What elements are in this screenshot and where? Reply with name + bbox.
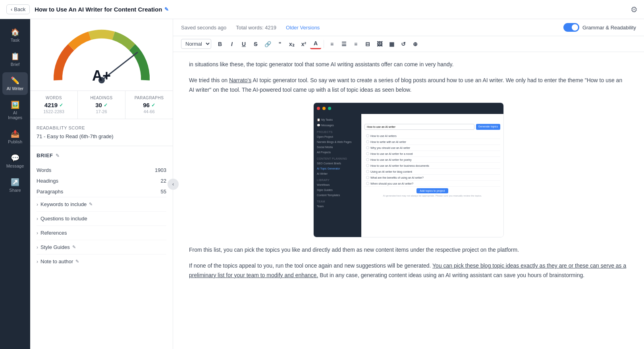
font-color-button[interactable]: A <box>310 39 321 49</box>
ss-list-item: Using an AI writer for blog content <box>364 169 500 175</box>
ss-footnote: AI generated text may not always be appr… <box>364 195 500 197</box>
ai-writer-icon: ✏️ <box>11 76 19 85</box>
ss-radio-icon <box>366 158 369 161</box>
headings-stat-label: HEADINGS <box>81 96 122 100</box>
back-button[interactable]: ‹ Back <box>6 4 30 14</box>
clear-format-button[interactable]: ↺ <box>398 39 409 49</box>
keywords-chevron-icon: › <box>37 202 38 207</box>
brief-section: BRIEF ✎ Words 1903 Headings 22 Paragraph… <box>30 146 173 275</box>
words-stat-value: 4219 ✓ <box>33 102 74 108</box>
brief-words-key: Words <box>37 167 51 173</box>
insert-button[interactable]: ⊕ <box>410 39 421 49</box>
readability-value: 71 - Easy to Read (6th-7th grade) <box>37 133 166 139</box>
sidebar-collapse-button[interactable]: ‹ <box>168 179 179 190</box>
ss-narrato-blogs: Narrato Blogs & Web Pages <box>317 139 358 145</box>
paragraphs-stat-label: PARAGRAPHS <box>129 96 170 100</box>
settings-button[interactable]: ⚙ <box>631 5 638 14</box>
grammar-readability-label: Grammar & Readability <box>582 25 636 31</box>
sidebar-item-ai-images[interactable]: 🖼️ AI Images <box>2 96 28 124</box>
format-button[interactable]: ≡ <box>326 39 337 49</box>
sidebar-item-share[interactable]: ↗️ Share <box>2 174 28 197</box>
sidebar-item-publish[interactable]: 📤 Publish <box>2 125 28 148</box>
note-to-author-collapsible[interactable]: › Note to author ✎ <box>37 254 166 268</box>
back-label: Back <box>14 6 25 12</box>
ss-seo-briefs: SEO Content Briefs <box>317 161 358 166</box>
references-collapsible[interactable]: › References <box>37 226 166 240</box>
ordered-list-button[interactable]: ☰ <box>338 39 349 49</box>
ai-images-icon: 🖼️ <box>11 100 19 109</box>
paragraph-from-list: From this list, you can pick the topics … <box>189 245 628 255</box>
message-label: Message <box>6 164 24 168</box>
strikethrough-button[interactable]: S <box>250 39 261 49</box>
p2-post: AI topic generator tool. So say we want … <box>189 77 622 93</box>
sidebar-item-brief[interactable]: 📋 Brief <box>2 48 28 71</box>
p4-pre: If none of the topics appeal to you, run… <box>189 262 432 269</box>
stats-row: WORDS 4219 ✓ 1522-2283 HEADINGS 30 ✓ 17-… <box>30 91 173 119</box>
ss-content-planning-title: CONTENT PLANNING <box>317 157 358 160</box>
ss-radio-icon <box>366 176 369 179</box>
publish-icon: 📤 <box>11 129 19 138</box>
link-button[interactable]: 🔗 <box>262 39 274 49</box>
sidebar-item-ai-writer[interactable]: ✏️ AI Writer <box>2 72 28 95</box>
ss-dot-red <box>317 107 320 110</box>
brief-row-headings: Headings 22 <box>37 175 166 186</box>
p2-pre: We tried this on <box>189 77 229 83</box>
left-nav: 🏠 Task 📋 Brief ✏️ AI Writer 🖼️ AI Images… <box>0 19 30 349</box>
ss-content-templates: Content Templates <box>317 193 358 198</box>
paragraphs-stat: PARAGRAPHS 96 ✓ 44-66 <box>125 91 173 119</box>
words-stat: WORDS 4219 ✓ 1522-2283 <box>30 91 78 119</box>
references-label: References <box>40 230 67 236</box>
title-text: How to Use An AI Writer for Content Crea… <box>35 6 162 13</box>
paragraphs-check-icon: ✓ <box>151 102 155 108</box>
sidebar-item-task[interactable]: 🏠 Task <box>2 24 28 46</box>
blockquote-button[interactable]: " <box>274 39 285 49</box>
brief-icon: 📋 <box>11 52 19 61</box>
ss-style-guides: Style Guides <box>317 187 358 193</box>
older-versions-link[interactable]: Older Versions <box>286 25 320 31</box>
editor-toolbar: Normal B I U S 🔗 " x₂ x² A ≡ ☰ ≡ ⊟ 🖼 ▦ ↺… <box>173 36 644 52</box>
style-guides-collapsible[interactable]: › Style Guides ✎ <box>37 240 166 254</box>
ss-ai-topic-gen: AI Topic Generator <box>317 166 358 171</box>
share-icon: ↗️ <box>11 178 19 187</box>
ss-social-media: Social Media <box>317 145 358 150</box>
style-select[interactable]: Normal <box>181 39 211 49</box>
readability-title: READABILITY SCORE <box>37 125 166 130</box>
brief-header: BRIEF ✎ <box>37 152 166 158</box>
ai-writer-label: AI Writer <box>7 86 24 91</box>
bold-button[interactable]: B <box>214 39 226 49</box>
toolbar-divider-1 <box>324 40 324 48</box>
image-button[interactable]: 🖼 <box>374 39 385 49</box>
title-edit-icon[interactable]: ✎ <box>164 6 169 12</box>
note-to-author-edit-icon[interactable]: ✎ <box>75 259 79 264</box>
ss-title: AI Topic Generator <box>364 117 500 121</box>
table-button[interactable]: ▦ <box>386 39 397 49</box>
brief-edit-icon[interactable]: ✎ <box>56 153 60 158</box>
paragraphs-stat-value: 96 ✓ <box>129 102 170 108</box>
ss-list-item: What are the benefits of using an AI wri… <box>364 175 500 181</box>
italic-button[interactable]: I <box>226 39 237 49</box>
underline-button[interactable]: U <box>238 39 249 49</box>
superscript-button[interactable]: x² <box>298 39 309 49</box>
toggle-thumb <box>572 24 578 31</box>
grammar-toggle-switch[interactable] <box>563 23 579 32</box>
ss-list-item: How to use an AI writer for poetry <box>364 157 500 163</box>
paragraphs-range: 44-66 <box>129 109 170 114</box>
align-button[interactable]: ⊟ <box>362 39 373 49</box>
ss-body: 📋 My Tasks 💬 Messages PROJECTS Open Proj… <box>314 114 503 237</box>
editor-meta: Saved seconds ago Total words: 4219 Olde… <box>181 25 320 31</box>
style-guides-chevron-icon: › <box>37 245 38 250</box>
narrato-link[interactable]: Narrato's <box>229 77 251 83</box>
editor-content[interactable]: in situations like these, the topic gene… <box>173 52 644 349</box>
ss-ai-writer: AI Writer <box>317 171 358 176</box>
unordered-list-button[interactable]: ≡ <box>350 39 361 49</box>
keywords-edit-icon[interactable]: ✎ <box>89 202 93 207</box>
keywords-collapsible[interactable]: › Keywords to include ✎ <box>37 197 166 211</box>
ss-radio-icon <box>366 164 369 167</box>
style-guides-edit-icon[interactable]: ✎ <box>72 245 76 250</box>
subscript-button[interactable]: x₂ <box>286 39 297 49</box>
ss-dot-green <box>328 107 331 110</box>
questions-collapsible[interactable]: › Questions to include <box>37 211 166 226</box>
editor-area: Saved seconds ago Total words: 4219 Olde… <box>173 19 644 349</box>
sidebar-item-message[interactable]: 💬 Message <box>2 150 28 172</box>
words-check-icon: ✓ <box>59 102 63 108</box>
